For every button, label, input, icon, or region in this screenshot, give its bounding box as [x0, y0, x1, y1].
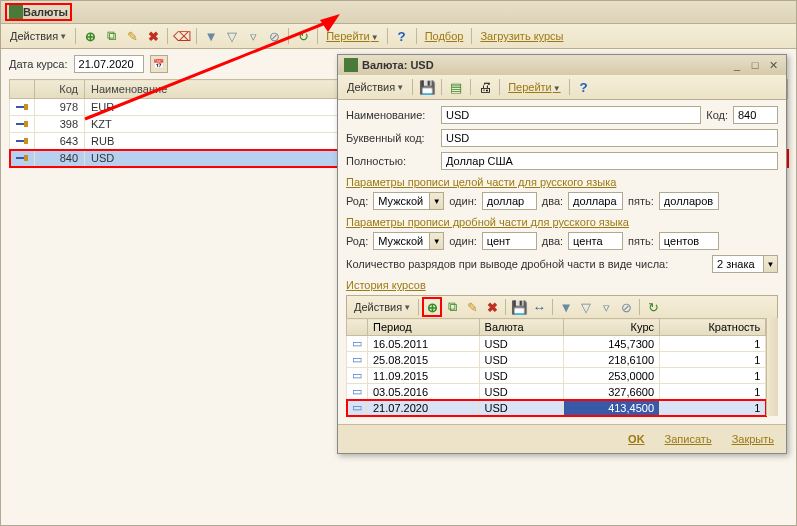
hist-col-icon[interactable] [347, 319, 368, 336]
row-icon [16, 154, 28, 162]
code-input[interactable] [733, 106, 778, 124]
gender-label: Род: [346, 195, 368, 207]
full-input[interactable] [441, 152, 778, 170]
filter-off-icon[interactable]: ▿ [244, 27, 262, 45]
ok-button[interactable]: OK [622, 431, 651, 447]
delete-icon[interactable]: ✖ [144, 27, 162, 45]
dialog-help-icon[interactable]: ? [575, 78, 593, 96]
history-toolbar: Действия▼ ⊕ ⧉ ✎ ✖ 💾 ↔ ▼ ▽ ▿ ⊘ ↻ [346, 295, 778, 318]
dialog-icon [344, 58, 358, 72]
dialog-actions-menu[interactable]: Действия▼ [344, 81, 407, 93]
record-icon: ▭ [352, 353, 362, 365]
filter-by-icon[interactable]: ▽ [223, 27, 241, 45]
frac-two-input[interactable] [568, 232, 623, 250]
close-icon[interactable]: ✕ [766, 59, 780, 71]
hist-col-currency[interactable]: Валюта [479, 319, 563, 336]
add-icon[interactable]: ⊕ [81, 27, 99, 45]
alpha-label: Буквенный код: [346, 132, 436, 144]
list-icon[interactable]: ▤ [447, 78, 465, 96]
gender-combo-int[interactable]: ▼ [373, 192, 444, 210]
hist-filter3-icon[interactable]: ▿ [597, 298, 615, 316]
hist-col-mult[interactable]: Кратность [660, 319, 766, 336]
close-button[interactable]: Закрыть [726, 431, 780, 447]
history-section: Действия▼ ⊕ ⧉ ✎ ✖ 💾 ↔ ▼ ▽ ▿ ⊘ ↻ [346, 295, 778, 416]
maximize-icon[interactable]: □ [748, 59, 762, 71]
date-input[interactable] [74, 55, 144, 73]
hist-filter2-icon[interactable]: ▽ [577, 298, 595, 316]
dialog-titlebar: Валюта: USD _ □ ✕ [338, 55, 786, 75]
hist-row[interactable]: ▭ 16.05.2011 USD 145,7300 1 [347, 336, 766, 352]
hist-filter-icon[interactable]: ▼ [557, 298, 575, 316]
five-label: пять: [628, 235, 654, 247]
save-button[interactable]: Записать [659, 431, 718, 447]
col-icon[interactable] [10, 80, 35, 99]
alpha-input[interactable] [441, 129, 778, 147]
svg-rect-5 [24, 138, 28, 144]
print-icon[interactable]: 🖨 [476, 78, 494, 96]
two-label: два: [542, 195, 563, 207]
hist-row[interactable]: ▭ 11.09.2015 USD 253,0000 1 [347, 368, 766, 384]
svg-rect-6 [16, 157, 24, 159]
digits-label: Количество разрядов при выводе дробной ч… [346, 258, 668, 270]
section-integer: Параметры прописи целой части для русско… [346, 176, 778, 188]
refresh-icon[interactable]: ↻ [294, 27, 312, 45]
hist-filter-off-icon[interactable]: ⊘ [617, 298, 635, 316]
name-input[interactable] [441, 106, 701, 124]
full-label: Полностью: [346, 155, 436, 167]
save-icon[interactable]: 💾 [418, 78, 436, 96]
one-label: один: [449, 195, 477, 207]
hist-row[interactable]: ▭ 21.07.2020 USD 413,4500 1 [347, 400, 766, 416]
load-rates-link[interactable]: Загрузить курсы [477, 30, 566, 42]
hist-copy-icon[interactable]: ⧉ [443, 298, 461, 316]
int-five-input[interactable] [659, 192, 719, 210]
int-one-input[interactable] [482, 192, 537, 210]
hist-swap-icon[interactable]: ↔ [530, 298, 548, 316]
select-link[interactable]: Подбор [422, 30, 467, 42]
int-two-input[interactable] [568, 192, 623, 210]
chevron-down-icon[interactable]: ▼ [763, 256, 777, 272]
gender-combo-frac[interactable]: ▼ [373, 232, 444, 250]
history-table: Период Валюта Курс Кратность ▭ 16.05.201… [346, 318, 766, 416]
five-label: пять: [628, 195, 654, 207]
hist-col-rate[interactable]: Курс [563, 319, 659, 336]
edit-icon[interactable]: ✎ [123, 27, 141, 45]
history-header: История курсов [346, 279, 778, 291]
digits-combo[interactable]: ▼ [712, 255, 778, 273]
filter-clear-icon[interactable]: ⊘ [265, 27, 283, 45]
goto-link[interactable]: Перейти▼ [323, 30, 382, 42]
hist-col-period[interactable]: Период [368, 319, 480, 336]
date-label: Дата курса: [9, 58, 68, 70]
hist-delete-icon[interactable]: ✖ [483, 298, 501, 316]
actions-menu[interactable]: Действия▼ [7, 30, 70, 42]
hist-actions-menu[interactable]: Действия▼ [351, 301, 414, 313]
frac-five-input[interactable] [659, 232, 719, 250]
hist-refresh-icon[interactable]: ↻ [644, 298, 662, 316]
col-code[interactable]: Код [35, 80, 85, 99]
filter-icon[interactable]: ▼ [202, 27, 220, 45]
chevron-down-icon[interactable]: ▼ [429, 233, 443, 249]
row-icon [16, 103, 28, 111]
add-copy-icon[interactable]: ⧉ [102, 27, 120, 45]
name-label: Наименование: [346, 109, 436, 121]
code-label: Код: [706, 109, 728, 121]
history-scrollbar[interactable] [766, 318, 778, 416]
svg-rect-0 [16, 106, 24, 108]
hist-row[interactable]: ▭ 03.05.2016 USD 327,6600 1 [347, 384, 766, 400]
main-toolbar: Действия▼ ⊕ ⧉ ✎ ✖ ⌫ ▼ ▽ ▿ ⊘ ↻ Перейти▼ ?… [1, 24, 796, 49]
hist-row[interactable]: ▭ 25.08.2015 USD 218,6100 1 [347, 352, 766, 368]
mark-delete-icon[interactable]: ⌫ [173, 27, 191, 45]
dialog-title: Валюта: USD [362, 59, 726, 71]
svg-rect-4 [16, 140, 24, 142]
frac-one-input[interactable] [482, 232, 537, 250]
help-icon[interactable]: ? [393, 27, 411, 45]
record-icon: ▭ [352, 369, 362, 381]
hist-add-icon[interactable]: ⊕ [423, 298, 441, 316]
one-label: один: [449, 235, 477, 247]
date-picker-icon[interactable]: 📅 [150, 55, 168, 73]
record-icon: ▭ [352, 337, 362, 349]
minimize-icon[interactable]: _ [730, 59, 744, 71]
chevron-down-icon[interactable]: ▼ [429, 193, 443, 209]
hist-edit-icon[interactable]: ✎ [463, 298, 481, 316]
dialog-goto-link[interactable]: Перейти▼ [505, 81, 564, 93]
hist-save-icon[interactable]: 💾 [510, 298, 528, 316]
